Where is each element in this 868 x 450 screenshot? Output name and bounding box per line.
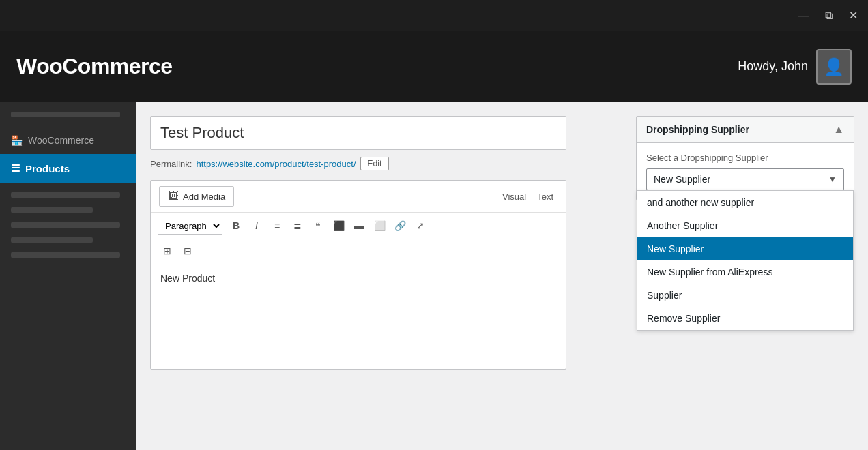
fullscreen-button[interactable]: ⤢ [411, 217, 430, 235]
tab-visual[interactable]: Visual [498, 190, 530, 203]
permalink-label: Permalink: [150, 159, 192, 169]
paragraph-select[interactable]: Paragraph [158, 217, 222, 235]
avatar[interactable]: 👤 [816, 49, 852, 85]
edit-permalink-button[interactable]: Edit [360, 157, 390, 170]
tab-text[interactable]: Text [533, 190, 558, 203]
woocommerce-icon: 🏪 [11, 135, 23, 146]
link-button[interactable]: 🔗 [390, 217, 409, 235]
add-media-button[interactable]: 🖼 Add Media [159, 186, 234, 207]
align-right-button[interactable]: ⬜ [370, 217, 389, 235]
app-logo: WooCommerce [16, 54, 173, 79]
view-tabs: Visual Text [498, 190, 558, 203]
bold-button[interactable]: B [227, 217, 246, 235]
user-greeting: Howdy, John [738, 59, 808, 74]
product-title-input[interactable] [150, 116, 566, 150]
dropdown-arrow-icon: ▼ [828, 175, 837, 184]
user-info: Howdy, John 👤 [738, 49, 852, 85]
media-icon: 🖼 [168, 190, 179, 202]
editor-toolbar-top: 🖼 Add Media Visual Text [151, 181, 566, 213]
sidebar-placeholder-2 [11, 192, 120, 198]
sidebar-placeholder-3 [11, 207, 93, 213]
sidebar-placeholder-5 [11, 237, 93, 243]
add-media-label: Add Media [183, 192, 225, 202]
table-button[interactable]: ⊞ [158, 242, 177, 260]
header: WooCommerce Howdy, John 👤 [0, 31, 868, 102]
minimize-button[interactable]: — [797, 9, 811, 22]
supplier-option-5[interactable]: Remove Supplier [637, 307, 853, 330]
permalink-url[interactable]: https://website.com/product/test-product… [196, 159, 356, 169]
sidebar-item-woocommerce[interactable]: 🏪 WooCommerce [0, 127, 136, 154]
align-left-button[interactable]: ⬛ [329, 217, 348, 235]
grid-button[interactable]: ⊟ [178, 242, 197, 260]
supplier-dropdown-selected[interactable]: New Supplier ▼ [646, 168, 844, 190]
sidebar: 🏪 WooCommerce ☰ Products [0, 102, 136, 450]
sidebar-item-products[interactable]: ☰ Products [0, 154, 136, 183]
editor-toolbar-row2: ⊞ ⊟ [151, 239, 566, 263]
dropshipping-panel: Dropshipping Supplier ▲ Select a Dropshi… [636, 116, 854, 200]
panel-header: Dropshipping Supplier ▲ [637, 117, 854, 143]
avatar-icon: 👤 [824, 57, 844, 76]
ol-button[interactable]: ≣ [288, 217, 307, 235]
italic-button[interactable]: I [247, 217, 266, 235]
supplier-dropdown-wrapper: New Supplier ▼ and another new supplier … [646, 168, 844, 190]
supplier-option-3[interactable]: New Supplier from AliExpress [637, 260, 853, 284]
supplier-dropdown-menu: and another new supplier Another Supplie… [637, 190, 854, 331]
blockquote-button[interactable]: ❝ [308, 217, 328, 235]
supplier-option-0[interactable]: and another new supplier [637, 191, 853, 214]
panel-collapse-button[interactable]: ▲ [833, 123, 844, 136]
sidebar-item-label: Products [25, 163, 70, 175]
title-bar: — ⧉ ✕ [0, 0, 868, 31]
supplier-select-label: Select a Dropshipping Supplier [646, 153, 844, 163]
align-center-button[interactable]: ▬ [349, 217, 368, 235]
sidebar-placeholder-6 [11, 252, 120, 258]
editor-toolbar: Paragraph B I ≡ ≣ ❝ ⬛ ▬ ⬜ 🔗 ⤢ [151, 213, 566, 239]
ul-button[interactable]: ≡ [267, 217, 287, 235]
right-panel: Dropshipping Supplier ▲ Select a Dropshi… [636, 116, 854, 200]
supplier-option-4[interactable]: Supplier [637, 284, 853, 307]
sidebar-item-label: WooCommerce [28, 135, 94, 146]
sidebar-placeholder-4 [11, 222, 120, 228]
supplier-option-2[interactable]: New Supplier [637, 237, 853, 260]
selected-supplier-label: New Supplier [654, 174, 710, 185]
maximize-button[interactable]: ⧉ [822, 9, 835, 22]
close-button[interactable]: ✕ [846, 9, 860, 22]
editor-area: 🖼 Add Media Visual Text Paragraph B I ≡ … [150, 180, 566, 370]
supplier-option-1[interactable]: Another Supplier [637, 214, 853, 237]
panel-body: Select a Dropshipping Supplier New Suppl… [637, 143, 854, 200]
products-icon: ☰ [11, 162, 20, 175]
panel-title: Dropshipping Supplier [646, 124, 749, 135]
sidebar-placeholder-1 [11, 112, 120, 117]
editor-content[interactable]: New Product [151, 263, 566, 369]
